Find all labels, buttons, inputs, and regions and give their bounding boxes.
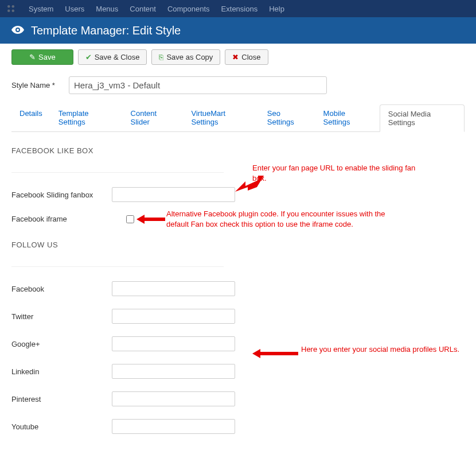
menubar: System Users Menus Content Components Ex… (0, 0, 476, 17)
copy-icon: ⎘ (159, 53, 163, 61)
style-name-input[interactable] (69, 76, 327, 94)
style-name-label: Style Name * (11, 81, 69, 90)
linkedin-row: Linkedin (11, 364, 465, 379)
content-area: Style Name * Details Template Settings C… (0, 71, 476, 452)
save-label: Save (38, 53, 56, 61)
eye-icon (11, 25, 24, 37)
svg-point-2 (7, 10, 10, 13)
menu-components[interactable]: Components (162, 5, 216, 13)
cancel-icon: ✖ (232, 53, 239, 61)
divider (11, 172, 224, 173)
menu-users[interactable]: Users (59, 5, 90, 13)
twitter-row: Twitter (11, 309, 465, 324)
svg-point-4 (17, 29, 19, 31)
tab-template-settings[interactable]: Template Settings (50, 104, 123, 131)
tab-mobile-settings[interactable]: Mobile Settings (315, 104, 380, 131)
toolbar: ✎ Save ✔ Save & Close ⎘ Save as Copy ✖ C… (0, 44, 476, 71)
fb-iframe-label: Facebook iframe (11, 215, 112, 223)
style-name-row: Style Name * (11, 76, 465, 94)
save-button[interactable]: ✎ Save (11, 49, 73, 65)
arrow-icon (252, 349, 298, 358)
arrow-icon (136, 215, 165, 224)
svg-point-1 (12, 5, 15, 8)
pinterest-label: Pinterest (11, 395, 112, 403)
close-label: Close (241, 53, 260, 61)
close-button[interactable]: ✖ Close (225, 49, 268, 65)
titlebar: Template Manager: Edit Style (0, 17, 476, 44)
svg-point-3 (12, 10, 15, 13)
tab-seo-settings[interactable]: Seo Settings (259, 104, 315, 131)
check-icon: ✎ (29, 53, 36, 61)
svg-point-0 (7, 5, 10, 8)
joomla-logo-icon (6, 3, 16, 14)
menu-content[interactable]: Content (124, 5, 162, 13)
section-follow-us: FOLLOW US (11, 240, 465, 249)
check-icon: ✔ (85, 53, 92, 61)
save-close-label: Save & Close (95, 53, 140, 61)
facebook-input[interactable] (112, 281, 235, 296)
page-title: Template Manager: Edit Style (31, 24, 181, 37)
menu-help[interactable]: Help (263, 5, 290, 13)
save-copy-label: Save as Copy (166, 53, 213, 61)
svg-marker-6 (136, 215, 165, 224)
linkedin-input[interactable] (112, 364, 235, 379)
google-label: Google+ (11, 340, 112, 348)
google-input[interactable] (112, 336, 235, 351)
tab-details[interactable]: Details (11, 104, 50, 131)
linkedin-label: Linkedin (11, 367, 112, 376)
youtube-row: Youtube (11, 419, 465, 434)
section-facebook-like-box: FACEBOOK LIKE BOX (11, 146, 465, 155)
twitter-label: Twitter (11, 312, 112, 321)
youtube-input[interactable] (112, 419, 235, 434)
annotation-iframe: Alternative Facebook plugin code. If you… (166, 209, 407, 230)
divider (11, 266, 224, 267)
tabs: Details Template Settings Content Slider… (11, 104, 465, 132)
youtube-label: Youtube (11, 422, 112, 431)
tab-content-slider[interactable]: Content Slider (123, 104, 184, 131)
twitter-input[interactable] (112, 309, 235, 324)
svg-marker-7 (252, 349, 298, 358)
menu-menus[interactable]: Menus (90, 5, 124, 13)
fb-fanbox-label: Facebook Sliding fanbox (11, 191, 112, 199)
tab-social-media-settings[interactable]: Social Media Settings (380, 104, 465, 132)
pinterest-row: Pinterest (11, 391, 465, 406)
facebook-row: Facebook (11, 281, 465, 296)
save-copy-button[interactable]: ⎘ Save as Copy (151, 49, 220, 65)
fb-fanbox-input[interactable] (112, 187, 235, 202)
menu-system[interactable]: System (23, 5, 59, 13)
facebook-label: Facebook (11, 285, 112, 293)
save-close-button[interactable]: ✔ Save & Close (78, 49, 147, 65)
tab-virtuemart-settings[interactable]: VirtueMart Settings (183, 104, 259, 131)
annotation-fanbox: Enter your fan page URL to enable the sl… (252, 163, 424, 184)
fb-iframe-checkbox[interactable] (126, 215, 134, 223)
menu-extensions[interactable]: Extensions (216, 5, 264, 13)
pinterest-input[interactable] (112, 391, 235, 406)
annotation-profiles: Here you enter your social media profile… (301, 344, 467, 355)
